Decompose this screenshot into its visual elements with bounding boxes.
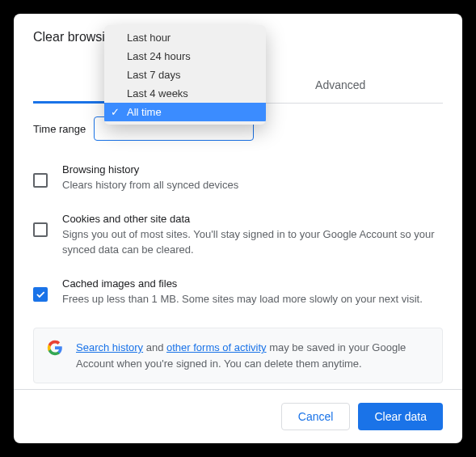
clear-browsing-dialog: Clear browsing data Basic Advanced Time … [14, 14, 462, 443]
dialog-content: Time range Browsing history Clears histo… [14, 104, 462, 396]
check-icon: ✓ [111, 106, 120, 118]
checkbox-cache[interactable] [33, 287, 48, 302]
cancel-button[interactable]: Cancel [281, 403, 351, 430]
info-box: Search history and other forms of activi… [33, 328, 443, 383]
option-browsing-history: Browsing history Clears history from all… [33, 154, 443, 203]
option-text: Cookies and other site data Signs you ou… [62, 213, 443, 258]
link-search-history[interactable]: Search history [76, 341, 143, 353]
option-text: Browsing history Clears history from all… [62, 163, 443, 193]
option-desc: Signs you out of most sites. You'll stay… [62, 226, 443, 258]
dropdown-item-last-7-days[interactable]: Last 7 days [104, 66, 266, 84]
google-icon [47, 340, 63, 356]
option-cookies: Cookies and other site data Signs you ou… [33, 203, 443, 268]
dropdown-item-last-hour[interactable]: Last hour [104, 28, 266, 47]
option-desc: Clears history from all synced devices [62, 177, 443, 193]
dropdown-item-label: All time [127, 106, 162, 118]
option-title: Browsing history [62, 163, 443, 176]
dropdown-item-last-24-hours[interactable]: Last 24 hours [104, 47, 266, 66]
dropdown-item-last-4-weeks[interactable]: Last 4 weeks [104, 84, 266, 103]
link-other-activity[interactable]: other forms of activity [166, 341, 267, 353]
checkbox-cookies[interactable] [33, 222, 48, 237]
dropdown-item-all-time[interactable]: ✓ All time [104, 103, 266, 121]
option-title: Cached images and files [62, 277, 443, 290]
info-text-mid: and [143, 341, 166, 353]
info-text: Search history and other forms of activi… [76, 340, 429, 371]
tab-advanced[interactable]: Advanced [238, 67, 444, 103]
option-cache: Cached images and files Frees up less th… [33, 268, 443, 317]
time-range-dropdown[interactable]: Last hour Last 24 hours Last 7 days Last… [104, 25, 266, 125]
checkbox-browsing-history[interactable] [33, 173, 48, 188]
option-desc: Frees up less than 1 MB. Some sites may … [62, 291, 443, 307]
time-range-label: Time range [33, 123, 86, 135]
dialog-footer: Cancel Clear data [14, 389, 462, 443]
option-text: Cached images and files Frees up less th… [62, 277, 443, 307]
clear-options-list: Browsing history Clears history from all… [33, 154, 443, 316]
option-title: Cookies and other site data [62, 213, 443, 225]
clear-data-button[interactable]: Clear data [358, 403, 443, 430]
